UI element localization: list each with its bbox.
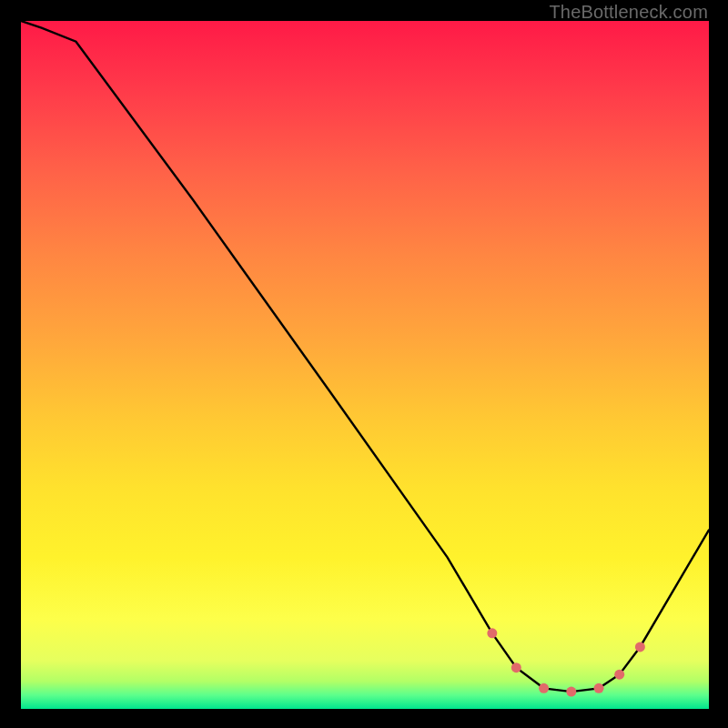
marker-group [487, 628, 645, 696]
chart-stage: TheBottleneck.com [0, 0, 728, 728]
data-marker [635, 642, 645, 652]
watermark-text: TheBottleneck.com [549, 2, 708, 23]
chart-svg [21, 21, 709, 709]
data-marker [539, 683, 549, 693]
data-marker [487, 628, 497, 638]
chart-plot-area [21, 21, 709, 709]
data-marker [594, 683, 604, 693]
data-marker [566, 687, 576, 697]
data-marker [614, 670, 624, 680]
bottleneck-line [21, 21, 709, 692]
data-marker [511, 662, 521, 672]
